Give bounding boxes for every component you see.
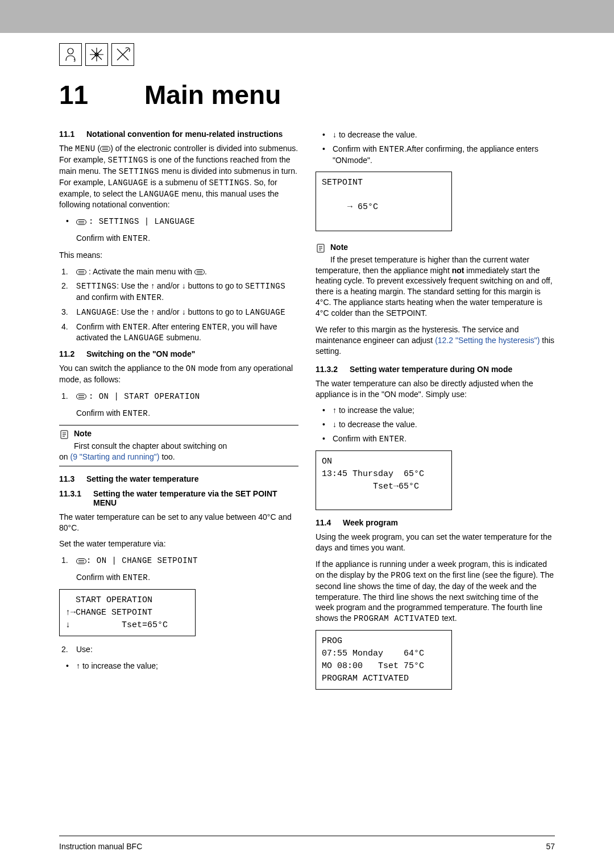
heading-11-2: 11.2Switching on the "ON mode" [59,349,298,358]
menu-icon [76,558,86,564]
svg-point-0 [68,48,73,54]
down-arrow-icon [333,130,337,139]
lcd-on-mode: ON 13:45 Thursday 65°C Tset→65°C [316,450,452,510]
note-hysteresis: Note If the preset temperature is higher… [316,239,555,357]
this-means: This means: [59,250,298,261]
menu-icon [76,219,86,225]
svg-text:1: 1 [73,59,76,62]
user-icon: 1 [59,43,82,66]
footer-rule [59,836,555,836]
note-icon [59,429,69,440]
menu-icon [100,146,110,152]
on-mode-intro: You can switch the appliance to the ON m… [59,363,298,385]
week-desc: If the appliance is running under a week… [316,559,555,624]
on-mode-steps: : ON | START OPERATION [59,391,298,402]
set-via: Set the water temperature via: [59,539,298,549]
confirm-line-3: Confirm with ENTER. [59,572,298,583]
on-mode-adjust: The water temperature can also be direct… [316,378,555,400]
footer-title: Instruction manual BFC [59,842,142,851]
chapter-number: 11 [59,80,144,110]
confirm-line-1: Confirm with ENTER. [59,233,298,244]
notation-intro: The MENU () of the electronic controller… [59,143,298,210]
lcd-setpoint: SETPOINT → 65°C [316,172,452,231]
note-icon [316,243,326,253]
notation-steps: : Activate the main menu with . SETTINGS… [59,266,298,344]
link-hysteresis[interactable]: (12.2 "Setting the hysteresis") [435,336,540,345]
note-switching-on: Note First consult the chapter about swi… [59,425,298,466]
heading-11-3: 11.3Setting the water temperature [59,474,298,483]
menu-icon [194,269,205,275]
left-column: 11.1Notational convention for menu-relat… [59,130,298,698]
lcd-prog: PROG 07:55 Monday 64°C MO 08:00 Tset 75°… [316,630,452,690]
right-column: to decrease the value. Confirm with ENTE… [316,130,555,698]
week-intro: Using the week program, you can set the … [316,532,555,553]
heading-11-4: 11.4Week program [316,518,555,527]
installer-icon [85,43,108,66]
increase-bullet: to increase the value; [59,661,298,671]
service-icon [111,43,134,66]
setpoint-steps: : ON | CHANGE SETPOINT [59,555,298,566]
page-number: 57 [546,842,555,851]
menu-icon [76,269,86,275]
setpoint-range: The water temperature can be set to any … [59,512,298,533]
menu-icon [76,394,86,399]
up-arrow-icon [333,406,337,415]
on-mode-bullets: to increase the value; to decrease the v… [316,405,555,445]
notation-bullet: : SETTINGS | LANGUAGE [59,216,298,227]
top-banner [0,0,614,33]
chapter-text: Main menu [144,80,281,110]
down-arrow-icon [182,307,186,316]
right-top-bullets: to decrease the value. Confirm with ENTE… [316,130,555,166]
up-arrow-icon [76,661,80,670]
down-arrow-icon [333,420,337,429]
heading-11-1: 11.1Notational convention for menu-relat… [59,130,298,139]
link-starting-running[interactable]: (9 "Starting and running") [70,452,159,461]
page-footer: Instruction manual BFC 57 [59,842,555,851]
category-icons: 1 [0,33,614,66]
heading-11-3-1: 11.3.1Setting the water temperature via … [59,489,298,507]
use-step: Use: [59,644,298,655]
confirm-line-2: Confirm with ENTER. [59,408,298,419]
heading-11-3-2: 11.3.2Setting water temperature during O… [316,365,555,374]
lcd-change-setpoint: START OPERATION ↑→CHANGE SETPOINT ↓ Tset… [59,589,196,636]
down-arrow-icon [182,281,186,290]
chapter-title: 11Main menu [0,66,614,130]
